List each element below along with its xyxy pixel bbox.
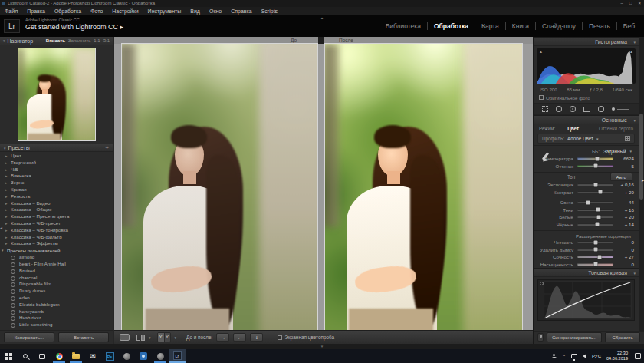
menu-item[interactable]: Файл: [0, 7, 22, 15]
preset-group[interactable]: Резкость: [0, 193, 113, 200]
histogram[interactable]: ▲ ▲: [537, 48, 636, 84]
user-preset[interactable]: Bruised: [0, 268, 113, 275]
shadow-clipping-icon[interactable]: ▲: [538, 49, 544, 54]
user-preset[interactable]: Electric bubblegum: [0, 302, 113, 309]
slider-handle[interactable]: [593, 248, 597, 252]
copy-settings-button[interactable]: Копировать...: [4, 332, 54, 342]
slider-handle[interactable]: [586, 200, 590, 204]
zoom-option[interactable]: 3:1: [104, 38, 110, 43]
menu-item[interactable]: Обработка: [50, 7, 86, 15]
slider-handle[interactable]: [596, 208, 600, 212]
taskbar-chrome[interactable]: [51, 349, 67, 363]
close-icon[interactable]: ×: [638, 0, 641, 7]
preset-group[interactable]: Цвет: [0, 153, 113, 160]
slider-value[interactable]: + 20: [613, 214, 634, 219]
presets-header[interactable]: ▾ Пресеты +: [0, 144, 113, 152]
module-tab[interactable]: Слайд-шоу: [536, 22, 583, 30]
preset-group[interactable]: Классика – Видео: [0, 200, 113, 207]
profile-browser-icon[interactable]: [625, 136, 630, 141]
user-preset[interactable]: eden: [0, 295, 113, 302]
slider-handle[interactable]: [593, 164, 597, 168]
slider-track[interactable]: [577, 157, 613, 160]
yy-dropdown-icon[interactable]: ▾: [175, 335, 177, 340]
red-eye-icon[interactable]: [570, 106, 576, 112]
slider-value[interactable]: - 5: [613, 163, 634, 169]
user-preset[interactable]: Little something: [0, 322, 113, 328]
user-presets-group[interactable]: Пресеты пользователей: [0, 247, 113, 254]
clock[interactable]: 22:30 04.06.2019: [606, 351, 628, 361]
menu-item[interactable]: Окно: [205, 7, 226, 15]
sync-button[interactable]: Синхронизировать...: [547, 332, 602, 342]
slider-handle[interactable]: [593, 240, 597, 244]
volume-icon[interactable]: [583, 354, 586, 358]
preset-group[interactable]: Зерно: [0, 180, 113, 186]
add-preset-icon[interactable]: +: [105, 145, 109, 151]
copy-after-to-before-icon[interactable]: ←: [233, 333, 246, 342]
user-preset[interactable]: Dusty dunes: [0, 288, 113, 295]
taskbar-app-gray-1[interactable]: [118, 349, 135, 363]
slider-track[interactable]: [577, 223, 613, 226]
navigator-preview[interactable]: [18, 48, 95, 140]
taskbar-search[interactable]: [17, 349, 34, 363]
menu-item[interactable]: Правка: [22, 7, 50, 15]
slider-track[interactable]: [577, 216, 613, 218]
network-icon[interactable]: [571, 354, 577, 358]
slider-track[interactable]: [577, 201, 613, 203]
preset-group[interactable]: Классика – Ч/Б-тонировка: [0, 227, 113, 234]
highlight-clipping-icon[interactable]: ▲: [629, 49, 634, 54]
minimize-icon[interactable]: –: [621, 0, 623, 7]
slider-value[interactable]: + 27: [613, 254, 634, 259]
tone-curve-panel[interactable]: [537, 279, 635, 321]
view-dropdown-icon[interactable]: ▾: [149, 335, 151, 340]
softproof-checkbox[interactable]: [278, 335, 282, 340]
tray-expand-icon[interactable]: ⌃: [562, 354, 566, 359]
reset-button[interactable]: Сбросить: [605, 332, 640, 342]
slider-value[interactable]: + 14: [613, 222, 634, 227]
slider-handle[interactable]: [596, 157, 600, 160]
auto-tone-button[interactable]: Авто: [610, 173, 632, 181]
basic-panel-header[interactable]: Основные: [534, 115, 639, 124]
collapse-left-panel-icon[interactable]: ◂: [0, 225, 2, 230]
slider-handle[interactable]: [594, 183, 598, 186]
tone-curve-header[interactable]: Тоновая кривая: [534, 268, 639, 277]
preset-group[interactable]: Кривая: [0, 186, 113, 193]
zoom-option[interactable]: Заполнить: [68, 38, 90, 43]
collapse-top-panel-icon[interactable]: ▴: [321, 15, 324, 20]
module-tab[interactable]: Библиотека: [380, 22, 428, 30]
crop-tool-icon[interactable]: [542, 106, 548, 112]
menu-item[interactable]: Фото: [86, 7, 107, 15]
user-preset[interactable]: Hush river: [0, 315, 113, 322]
preset-group[interactable]: Классика – Ч/Б-фильтр: [0, 234, 113, 241]
profile-dropdown-icon[interactable]: ▾: [596, 137, 599, 141]
tray-user-icon[interactable]: [552, 354, 557, 358]
loupe-view-icon[interactable]: [120, 334, 130, 341]
before-after-view-icon[interactable]: [136, 335, 145, 341]
slider-track[interactable]: [577, 165, 613, 167]
slider-track[interactable]: [577, 263, 613, 266]
module-tab[interactable]: Карта: [475, 22, 506, 30]
navigator-header[interactable]: ▾ Навигатор ВписатьЗаполнить1:13:1: [0, 37, 113, 45]
before-image[interactable]: [122, 44, 317, 330]
preset-group[interactable]: Классика – Ч/Б-пресет: [0, 220, 113, 227]
preset-group[interactable]: Творческий: [0, 160, 113, 167]
slider-track[interactable]: [577, 191, 613, 193]
taskbar-mail[interactable]: ✉: [84, 349, 101, 363]
graduated-filter-icon[interactable]: [583, 107, 590, 112]
task-view-button[interactable]: [34, 349, 51, 363]
wb-dropdown-icon[interactable]: ▾: [629, 149, 632, 153]
wb-value[interactable]: Заданный: [603, 149, 626, 154]
module-tab[interactable]: Книга: [506, 22, 536, 30]
zoom-option[interactable]: Вписать: [46, 38, 65, 43]
yy-split-view-icon[interactable]: YY: [157, 332, 171, 342]
module-tab[interactable]: Обработка: [428, 22, 475, 30]
module-tab[interactable]: Веб: [617, 22, 641, 30]
user-preset[interactable]: almond: [0, 254, 113, 261]
preset-group[interactable]: Виньетка: [0, 173, 113, 180]
taskbar-lightroom[interactable]: Lr: [169, 349, 186, 363]
slider-handle[interactable]: [596, 215, 600, 219]
slider-value[interactable]: 0: [613, 239, 634, 245]
preset-group[interactable]: Ч/Б: [0, 167, 113, 173]
menu-item[interactable]: Настройки: [107, 7, 143, 15]
language-indicator[interactable]: РУС: [592, 354, 601, 358]
adjustment-brush-icon[interactable]: [612, 106, 630, 112]
